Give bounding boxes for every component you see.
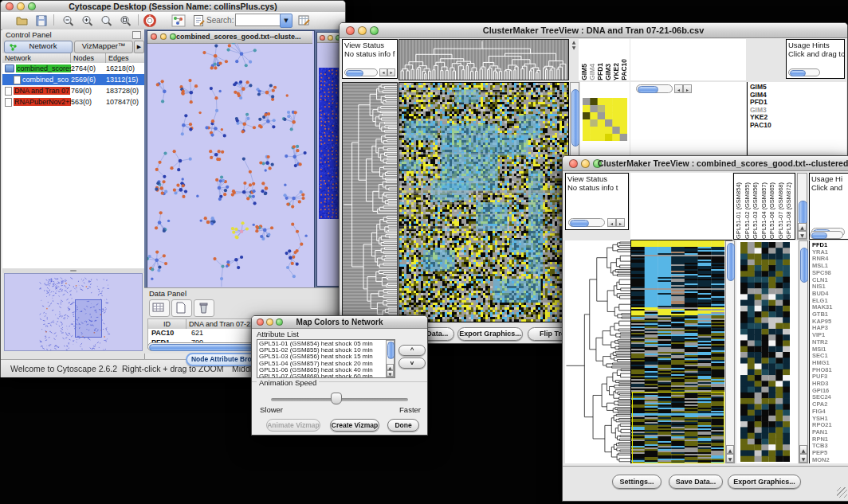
tv2-header-vscroll-thumb[interactable] [799, 201, 807, 225]
attribute-list[interactable]: GPL51-01 (GSM854) heat shock 05 minGPL51… [257, 339, 395, 378]
tv1-heatmap-canvas[interactable] [399, 83, 568, 322]
new-file-icon[interactable] [171, 299, 192, 317]
scroll-left-icon[interactable]: ◂ [379, 68, 387, 76]
scroll-up-icon[interactable]: ▲ [387, 364, 394, 370]
column-edges[interactable]: Edges [106, 53, 144, 63]
zoom-fit-icon[interactable] [119, 14, 133, 27]
annotation-icon[interactable] [192, 14, 206, 27]
scroll-right-icon[interactable]: ▸ [616, 218, 625, 227]
tab-network[interactable]: Network [4, 41, 73, 53]
tv2-vscrollbar[interactable]: ▲ ▼ [725, 240, 735, 463]
tv2-zoom-vscroll-thumb[interactable] [800, 248, 808, 283]
create-vizmap-button[interactable]: Create Vizmap [330, 419, 379, 432]
close-icon[interactable] [320, 35, 325, 41]
tv2-header-vscrollbar[interactable]: ▲ ▼ [797, 173, 807, 240]
array-label[interactable]: GPL51-02 (GSM855) [744, 182, 752, 239]
tv2-gene-dendrogram[interactable] [565, 240, 630, 463]
scroll-down-icon[interactable]: ▼ [387, 370, 394, 377]
treeview2-titlebar[interactable]: ClusterMaker TreeView : combined_scores_… [563, 156, 848, 171]
tv2-vscroll-thumb[interactable] [727, 243, 735, 281]
network-tree-row[interactable]: combined_sco2569(6)13112(15) [2, 74, 144, 85]
close-icon[interactable] [151, 33, 157, 40]
move-down-button[interactable]: v [398, 357, 426, 369]
tv1-gene-dendrogram[interactable] [342, 82, 398, 322]
tv2-export-graphics-button[interactable]: Export Graphics... [728, 475, 801, 489]
tv2-genelist-hscrollbar[interactable] [810, 231, 843, 239]
treeview1-titlebar[interactable]: ClusterMaker TreeView : DNA and Tran 07-… [340, 23, 847, 38]
array-label[interactable]: PFD1 [596, 63, 604, 80]
tv1-hints-hscrollbar[interactable] [788, 68, 820, 76]
array-label[interactable]: GIM3 [604, 64, 612, 80]
move-up-button[interactable]: ^ [398, 345, 426, 356]
dialog-titlebar[interactable]: Map Colors to Network [252, 316, 427, 329]
save-icon[interactable] [34, 14, 49, 27]
network-tree-row[interactable]: RNAPuberNov2+I563(0)107847(0) [2, 96, 144, 107]
network-view-titlebar[interactable]: combined_scores_good.txt--cluste... [147, 31, 312, 44]
attribute-list-scrollbar[interactable]: ▲ ▼ [386, 340, 395, 377]
array-label[interactable]: GPL51-04 (GSM857) [760, 182, 769, 239]
zoom-selected-icon[interactable] [100, 14, 114, 27]
zoom-out-icon[interactable] [61, 14, 76, 27]
animate-vizmap-button[interactable]: Animate Vizmap [266, 419, 320, 432]
tv1-array-dendrogram-canvas[interactable] [399, 40, 568, 80]
tab-vizmapper[interactable]: VizMapper™ [74, 41, 133, 53]
tv1-scroll-arrows[interactable]: ▲▼ [570, 39, 578, 50]
trash-icon[interactable] [194, 299, 214, 317]
tv1-zoom-matrix-canvas[interactable] [583, 98, 627, 141]
tv2-array-dendrogram-area[interactable] [630, 173, 732, 240]
vizmapper-icon[interactable] [171, 14, 186, 27]
scroll-up-icon[interactable]: ▲ [726, 445, 734, 454]
zoom-in-icon[interactable] [80, 14, 95, 27]
array-label[interactable]: PAC10 [620, 59, 628, 80]
tab-overflow-button[interactable]: ▶ [134, 41, 144, 53]
scroll-right-icon[interactable]: ▸ [683, 84, 692, 93]
tv1-vscroll-thumb[interactable] [571, 89, 579, 147]
scroll-right-icon[interactable]: ▸ [387, 68, 395, 76]
resize-grip[interactable] [837, 487, 847, 498]
network-overview-panel[interactable] [4, 273, 143, 351]
gene-label[interactable]: MON2 [812, 457, 848, 463]
tv2-gene-dendrogram-canvas[interactable] [565, 240, 630, 463]
minimize-icon[interactable] [581, 159, 590, 168]
scroll-down-icon[interactable]: ▼ [726, 454, 734, 463]
tv1-zoom-hscrollbar[interactable] [636, 84, 673, 93]
scroll-up-icon[interactable]: ▲ [799, 445, 807, 454]
scroll-down-icon[interactable]: ▼ [798, 231, 807, 239]
tv1-heatmap[interactable] [398, 82, 569, 322]
float-panel-icon[interactable] [132, 31, 141, 39]
table-icon[interactable] [149, 299, 170, 317]
id-column-header[interactable]: ID [148, 319, 186, 329]
tv2-status-hscrollbar[interactable] [568, 218, 605, 227]
tv1-export-graphics-button[interactable]: Export Graphics... [457, 327, 523, 341]
array-label[interactable]: GIM5 [580, 64, 588, 80]
column-network[interactable]: Network [2, 53, 71, 63]
zoom-window-icon[interactable] [170, 33, 176, 40]
tv2-save-data-button[interactable]: Save Data... [669, 475, 723, 489]
done-button[interactable]: Done [387, 419, 419, 432]
search-dropdown-button[interactable]: ▼ [280, 14, 292, 28]
close-icon[interactable] [569, 159, 578, 168]
search-input[interactable] [235, 14, 281, 26]
scroll-left-icon[interactable]: ◂ [607, 218, 616, 227]
column-nodes[interactable]: Nodes [71, 53, 106, 63]
tv2-zoom-vscrollbar[interactable]: ▲ ▼ [799, 240, 808, 463]
network-tree-empty-area[interactable] [2, 107, 144, 268]
tv1-status-hscrollbar[interactable] [344, 68, 378, 76]
array-label[interactable]: GPL51-06 (GSM865) [768, 182, 777, 239]
array-label[interactable]: YKE2 [612, 63, 620, 80]
scroll-up-icon[interactable]: ▲ [798, 223, 807, 231]
array-label[interactable]: GPL51-07 (GSM868) [777, 182, 786, 239]
help-icon[interactable] [143, 14, 157, 28]
array-label[interactable]: GIM4 [588, 64, 596, 80]
overview-viewport-rect[interactable] [75, 299, 102, 338]
gene-label[interactable]: PAC10 [750, 122, 846, 130]
minimize-icon[interactable] [160, 33, 167, 40]
network-tree-row[interactable]: combined_scores2764(0)16218(0) [2, 63, 144, 74]
scroll-left-icon[interactable]: ◂ [674, 84, 683, 93]
attribute-list-scroll-thumb[interactable] [387, 342, 395, 359]
minimize-icon[interactable] [328, 35, 333, 41]
array-label[interactable]: GPL51-01 (GSM854) [735, 182, 744, 239]
tv2-settings-button[interactable]: Settings... [612, 475, 662, 489]
tv2-heatmap[interactable] [630, 240, 724, 463]
network-tree-row[interactable]: DNA and Tran 07769(0)183728(0) [2, 85, 144, 96]
